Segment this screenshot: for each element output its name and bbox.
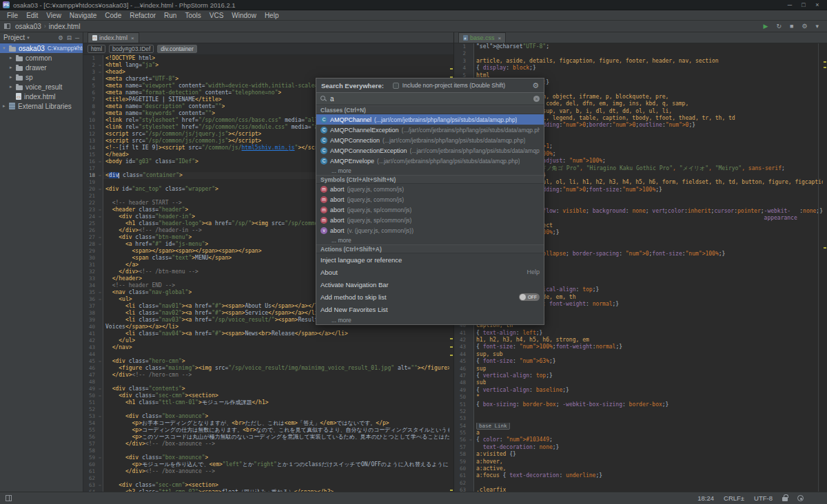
code-line[interactable]: 62 bbox=[83, 475, 449, 482]
refresh-icon[interactable]: ↻ bbox=[776, 23, 782, 30]
include-non-project-checkbox[interactable] bbox=[393, 83, 399, 89]
popup-result-item[interactable]: mabort(jquery.js, sp/common/js) bbox=[316, 204, 544, 215]
line-number[interactable]: 63 bbox=[454, 487, 468, 492]
line-number[interactable]: 44 bbox=[83, 351, 97, 358]
fold-marker[interactable] bbox=[97, 324, 103, 330]
editor-breadcrumb-1[interactable]: body#g03.IDef bbox=[109, 45, 154, 53]
file-encoding[interactable]: UTF-8 bbox=[754, 494, 773, 502]
fold-marker[interactable] bbox=[97, 310, 103, 317]
menu-help[interactable]: Help bbox=[261, 12, 283, 19]
collapsed-arrow-icon[interactable]: ▸ bbox=[10, 65, 16, 70]
fold-marker[interactable] bbox=[468, 344, 474, 350]
menu-tools[interactable]: Tools bbox=[181, 12, 205, 19]
fold-marker[interactable] bbox=[97, 117, 103, 124]
toolwindow-panel-icon[interactable] bbox=[4, 23, 10, 29]
menu-file[interactable]: File bbox=[3, 12, 22, 19]
line-number[interactable]: 38 bbox=[83, 310, 97, 317]
fold-marker[interactable] bbox=[468, 351, 474, 358]
fold-marker[interactable] bbox=[468, 480, 474, 487]
line-number[interactable]: 16 bbox=[83, 158, 97, 165]
fold-marker[interactable] bbox=[468, 330, 474, 337]
fold-marker[interactable] bbox=[468, 337, 474, 344]
code-line[interactable]: 44sup, sub bbox=[454, 351, 823, 358]
fold-marker[interactable] bbox=[97, 468, 103, 475]
line-number[interactable]: 51 bbox=[454, 401, 468, 408]
line-number[interactable]: 46 bbox=[454, 366, 468, 372]
tree-item-external-libraries[interactable]: ▸External Libraries bbox=[0, 101, 83, 111]
run-icon[interactable]: ▶ bbox=[763, 23, 768, 30]
line-number[interactable]: 47 bbox=[83, 372, 97, 379]
fold-marker[interactable] bbox=[468, 430, 474, 437]
code-line[interactable]: 63.clearfix bbox=[454, 487, 823, 492]
inspection-mark[interactable] bbox=[824, 67, 826, 68]
gear-icon[interactable]: ⚙ bbox=[532, 81, 539, 90]
line-number[interactable]: 51 bbox=[83, 399, 97, 406]
line-number[interactable]: 50 bbox=[83, 392, 97, 399]
line-number[interactable]: 21 bbox=[83, 193, 97, 200]
line-number[interactable]: 8 bbox=[83, 103, 97, 110]
collapsed-arrow-icon[interactable]: ▸ bbox=[10, 84, 16, 90]
line-number[interactable]: 15 bbox=[83, 151, 97, 158]
fold-marker[interactable] bbox=[97, 90, 103, 96]
line-number[interactable]: 55 bbox=[454, 430, 468, 437]
code-line[interactable]: 55 <p>コーディングの仕方は無数にあります。<br>なので、これを見て真似す… bbox=[83, 427, 449, 434]
fold-marker[interactable] bbox=[97, 434, 103, 441]
code-line[interactable]: 53− <div class="box-anounce"> bbox=[83, 413, 449, 420]
caret-position[interactable]: 18:24 bbox=[697, 494, 714, 502]
fold-marker[interactable] bbox=[97, 124, 103, 131]
line-number[interactable]: 29 bbox=[83, 248, 97, 255]
code-line[interactable]: 55a bbox=[454, 430, 823, 437]
toolwindow-switcher-icon[interactable] bbox=[6, 495, 12, 501]
popup-result-item[interactable]: CAMQPConnection(...jar!/com/jetbrains/ph… bbox=[316, 135, 544, 145]
line-number[interactable]: 26 bbox=[83, 227, 97, 234]
line-number[interactable]: 45 bbox=[454, 358, 468, 365]
code-line[interactable]: 61a:focus { text-decoration: underline;} bbox=[454, 472, 823, 479]
fold-marker[interactable]: − bbox=[97, 392, 103, 399]
line-number[interactable]: 9 bbox=[83, 110, 97, 117]
fold-marker[interactable]: − bbox=[97, 186, 103, 193]
tree-item-sp[interactable]: ▸sp bbox=[0, 72, 83, 82]
fold-marker[interactable]: − bbox=[97, 234, 103, 241]
line-number[interactable]: 46 bbox=[83, 365, 97, 372]
line-number[interactable]: 58 bbox=[454, 451, 468, 458]
more-results-link[interactable]: ... more bbox=[316, 235, 544, 244]
fold-marker[interactable]: − bbox=[97, 289, 103, 296]
line-number[interactable]: 32 bbox=[83, 269, 97, 275]
line-number[interactable]: 61 bbox=[454, 472, 468, 479]
fold-marker[interactable]: − bbox=[97, 172, 103, 179]
close-tab-icon[interactable]: × bbox=[131, 35, 134, 41]
popup-result-item[interactable]: CAMQPEnvelope(...jar!/com/jetbrains/php/… bbox=[316, 156, 544, 166]
fold-marker[interactable] bbox=[97, 475, 103, 482]
fold-marker[interactable] bbox=[97, 165, 103, 172]
line-number[interactable]: 3 bbox=[83, 69, 97, 76]
code-line[interactable]: 46 <figure class="mainimg"><img src="/sp… bbox=[83, 365, 449, 372]
fold-marker[interactable] bbox=[97, 461, 103, 468]
close-button[interactable]: × bbox=[810, 1, 824, 8]
code-line[interactable]: 42h1, h2, h3, h4, h5, h6, strong, em bbox=[454, 337, 823, 344]
tree-item-index-html[interactable]: index.html bbox=[0, 92, 83, 101]
line-number[interactable]: 47 bbox=[454, 372, 468, 379]
fold-marker[interactable] bbox=[468, 415, 474, 422]
line-number[interactable]: 43 bbox=[454, 344, 468, 350]
code-line[interactable]: 41{ text-align: left;} bbox=[454, 330, 823, 337]
fold-marker[interactable] bbox=[97, 317, 103, 324]
close-tab-icon[interactable]: × bbox=[498, 35, 502, 41]
fold-marker[interactable]: − bbox=[97, 413, 103, 420]
line-number[interactable]: 27 bbox=[83, 234, 97, 241]
expanded-arrow-icon[interactable]: ▾ bbox=[3, 45, 9, 51]
code-line[interactable]: 50− <div class="sec-cmn"><section> bbox=[83, 392, 449, 399]
line-number[interactable]: 4 bbox=[454, 65, 468, 72]
line-number[interactable]: 41 bbox=[454, 330, 468, 337]
collapsed-arrow-icon[interactable]: ▸ bbox=[3, 103, 9, 109]
fold-marker[interactable]: − bbox=[97, 158, 103, 165]
editor-breadcrumb-0[interactable]: html bbox=[88, 45, 105, 53]
fold-marker[interactable] bbox=[97, 138, 103, 145]
fold-marker[interactable] bbox=[97, 193, 103, 200]
code-line[interactable]: 4{ display: block;} bbox=[454, 65, 823, 72]
popup-result-item[interactable]: vabort(v. (jquery.js, common/js)) bbox=[316, 225, 544, 235]
fold-marker[interactable] bbox=[97, 365, 103, 372]
line-number[interactable]: 57 bbox=[83, 441, 97, 448]
fold-marker[interactable] bbox=[97, 131, 103, 138]
line-number[interactable]: 62 bbox=[83, 475, 97, 482]
menu-run[interactable]: Run bbox=[160, 12, 181, 19]
